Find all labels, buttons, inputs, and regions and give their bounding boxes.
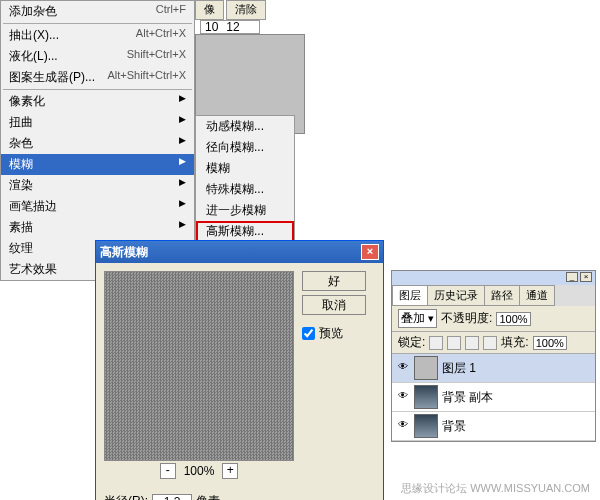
blur-submenu: 动感模糊... 径向模糊... 模糊 特殊模糊... 进一步模糊 高斯模糊...: [195, 115, 295, 243]
sub-blur[interactable]: 模糊: [196, 158, 294, 179]
menu-noise[interactable]: 杂色: [1, 133, 194, 154]
dialog-titlebar[interactable]: 高斯模糊 ×: [96, 241, 383, 263]
layers-panel: _ × 图层 历史记录 路径 通道 叠加 ▾ 不透明度: 100% 锁定: 填充…: [391, 270, 596, 442]
toolbar: 像 清除: [195, 0, 266, 20]
visibility-icon[interactable]: 👁: [396, 390, 410, 404]
panel-close-icon[interactable]: ×: [580, 272, 592, 282]
lock-transparency-icon[interactable]: [429, 336, 443, 350]
watermark: 思缘设计论坛 WWW.MISSYUAN.COM: [401, 481, 590, 496]
panel-minimize-icon[interactable]: _: [566, 272, 578, 282]
tab-paths[interactable]: 路径: [484, 285, 520, 306]
lock-paint-icon[interactable]: [447, 336, 461, 350]
layer-row-1[interactable]: 👁 图层 1: [392, 354, 595, 383]
layer-thumb: [414, 356, 438, 380]
menu-pixelate[interactable]: 像素化: [1, 91, 194, 112]
ok-button[interactable]: 好: [302, 271, 366, 291]
lock-all-icon[interactable]: [483, 336, 497, 350]
menu-render[interactable]: 渲染: [1, 175, 194, 196]
layer-row-2[interactable]: 👁 背景 副本: [392, 383, 595, 412]
tab-layers[interactable]: 图层: [392, 285, 428, 306]
zoom-level: 100%: [184, 464, 215, 478]
zoom-out-button[interactable]: -: [160, 463, 176, 479]
sub-gaussian-blur[interactable]: 高斯模糊...: [196, 221, 294, 242]
layer-name: 背景 副本: [442, 389, 493, 406]
opacity-input[interactable]: 100%: [496, 312, 530, 326]
filter-menu: 添加杂色Ctrl+F 抽出(X)...Alt+Ctrl+X 液化(L)...Sh…: [0, 0, 195, 281]
blend-mode-select[interactable]: 叠加 ▾: [398, 309, 437, 328]
close-icon[interactable]: ×: [361, 244, 379, 260]
preview-label: 预览: [319, 325, 343, 342]
preview-area[interactable]: [104, 271, 294, 461]
zoom-in-button[interactable]: +: [222, 463, 238, 479]
visibility-icon[interactable]: 👁: [396, 419, 410, 433]
menu-pattern[interactable]: 图案生成器(P)...Alt+Shift+Ctrl+X: [1, 67, 194, 88]
lock-label: 锁定:: [398, 334, 425, 351]
opacity-label: 不透明度:: [441, 310, 492, 327]
preview-checkbox[interactable]: [302, 327, 315, 340]
radius-label: 半径(R):: [104, 493, 148, 500]
layer-thumb: [414, 385, 438, 409]
toolbar-btn-1[interactable]: 像: [195, 0, 224, 20]
ruler: 1012: [200, 20, 260, 34]
menu-add-noise[interactable]: 添加杂色Ctrl+F: [1, 1, 194, 22]
sub-special-blur[interactable]: 特殊模糊...: [196, 179, 294, 200]
dialog-title: 高斯模糊: [100, 244, 148, 261]
menu-distort[interactable]: 扭曲: [1, 112, 194, 133]
visibility-icon[interactable]: 👁: [396, 361, 410, 375]
lock-position-icon[interactable]: [465, 336, 479, 350]
menu-sketch[interactable]: 素描: [1, 217, 194, 238]
tab-history[interactable]: 历史记录: [427, 285, 485, 306]
sub-motion-blur[interactable]: 动感模糊...: [196, 116, 294, 137]
toolbar-btn-clear[interactable]: 清除: [226, 0, 266, 20]
sub-radial-blur[interactable]: 径向模糊...: [196, 137, 294, 158]
layer-row-3[interactable]: 👁 背景: [392, 412, 595, 441]
menu-extract[interactable]: 抽出(X)...Alt+Ctrl+X: [1, 25, 194, 46]
layer-name: 图层 1: [442, 360, 476, 377]
cancel-button[interactable]: 取消: [302, 295, 366, 315]
menu-brush[interactable]: 画笔描边: [1, 196, 194, 217]
panel-tabs: 图层 历史记录 路径 通道: [392, 285, 595, 306]
fill-label: 填充:: [501, 334, 528, 351]
radius-input[interactable]: 1.2: [152, 494, 192, 501]
layer-thumb: [414, 414, 438, 438]
fill-input[interactable]: 100%: [533, 336, 567, 350]
menu-blur[interactable]: 模糊: [1, 154, 194, 175]
menu-liquify[interactable]: 液化(L)...Shift+Ctrl+X: [1, 46, 194, 67]
sub-blur-more[interactable]: 进一步模糊: [196, 200, 294, 221]
tab-channels[interactable]: 通道: [519, 285, 555, 306]
layer-name: 背景: [442, 418, 466, 435]
gaussian-blur-dialog: 高斯模糊 × - 100% + 好 取消 预览 半径(R): 1.2 像素: [95, 240, 384, 500]
pixel-label: 像素: [196, 493, 220, 500]
